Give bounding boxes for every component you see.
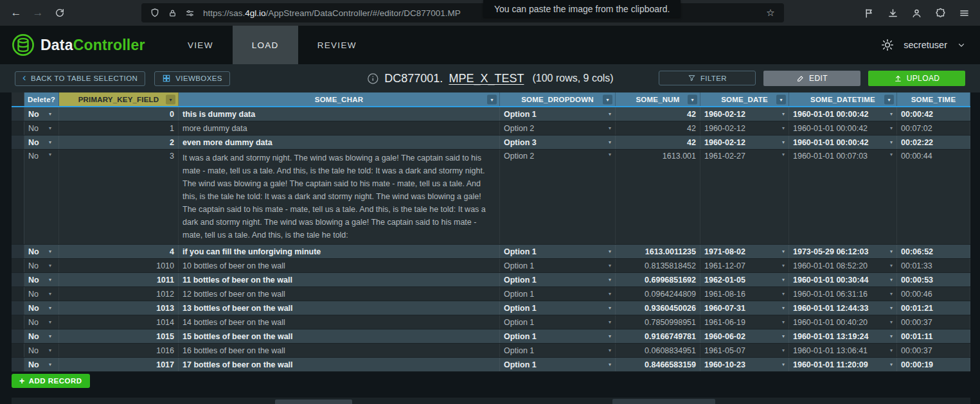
column-header-delete[interactable]: Delete? [24, 92, 59, 106]
table-row[interactable]: No▾101313 bottles of beer on the wallOpt… [12, 301, 970, 315]
permissions-sliders-icon[interactable] [183, 6, 197, 20]
cell-some-char[interactable]: 12 bottles of beer on the wall [179, 287, 500, 301]
cell-some-date[interactable]: 1960-10-23▾ [700, 358, 789, 371]
pagination-controls-partial[interactable] [612, 399, 715, 404]
cell-some-char[interactable]: 16 bottles of beer on the wall [179, 344, 500, 357]
url-bar[interactable]: https://sas.4gl.io/AppStream/DataControl… [141, 3, 784, 22]
cell-some-dropdown[interactable]: Option 3▾ [500, 136, 616, 149]
cell-primary-key[interactable]: 1011 [59, 273, 179, 286]
cell-some-dropdown[interactable]: Option 1▾ [500, 329, 616, 343]
cell-delete[interactable]: No▾ [24, 150, 59, 244]
cell-some-dropdown[interactable]: Option 1▾ [500, 245, 616, 258]
cell-some-date[interactable]: 1961-12-07▾ [700, 259, 789, 272]
bookmark-star-icon[interactable]: ☆ [763, 6, 778, 20]
cell-primary-key[interactable]: 3 [59, 150, 179, 244]
cell-delete[interactable]: No▾ [24, 107, 59, 121]
cell-some-datetime[interactable]: 1960-01-01 06:31:16▾ [789, 287, 897, 301]
cell-some-dropdown[interactable]: Option 1▾ [500, 259, 616, 272]
add-record-button[interactable]: + ADD RECORD [12, 374, 90, 388]
column-header-pk[interactable]: PRIMARY_KEY_FIELD▾ [59, 92, 179, 106]
cell-some-char[interactable]: 13 bottles of beer on the wall [179, 301, 500, 315]
cell-some-char[interactable]: even more dummy data [179, 136, 500, 149]
cell-primary-key[interactable]: 1 [59, 121, 179, 135]
cell-some-char[interactable]: 10 bottles of beer on the wall [179, 259, 500, 272]
cell-some-date[interactable]: 1961-06-19▾ [700, 315, 789, 329]
cell-some-num[interactable]: 42 [616, 107, 700, 121]
lock-icon[interactable] [165, 6, 179, 20]
back-to-table-selection-button[interactable]: ‹ BACK TO TABLE SELECTION [15, 71, 145, 86]
cell-some-num[interactable]: 0.9360450026 [616, 301, 700, 315]
cell-some-time[interactable]: 00:01:33 [897, 259, 970, 272]
upload-button[interactable]: UPLOAD [868, 71, 965, 86]
cell-some-date[interactable]: 1961-05-07▾ [700, 344, 789, 357]
cell-some-char[interactable]: 17 bottles of beer on the wall [179, 358, 500, 371]
nav-tab-review[interactable]: REVIEW [298, 26, 376, 64]
cell-delete[interactable]: No▾ [24, 344, 59, 357]
cell-some-num[interactable]: 42 [616, 121, 700, 135]
cell-some-time[interactable]: 00:00:53 [897, 273, 970, 286]
cell-some-time[interactable]: 00:02:22 [897, 136, 970, 149]
cell-some-datetime[interactable]: 1960-01-01 08:52:20▾ [789, 259, 897, 272]
account-icon[interactable] [907, 3, 926, 22]
cell-some-datetime[interactable]: 1960-01-01 00:07:03▾ [789, 150, 897, 244]
cell-some-time[interactable]: 00:06:52 [897, 245, 970, 258]
cell-delete[interactable]: No▾ [24, 329, 59, 343]
info-icon[interactable] [366, 73, 379, 85]
download-icon[interactable] [883, 3, 902, 22]
column-filter-button[interactable]: ▾ [166, 94, 175, 104]
cell-some-datetime[interactable]: 1960-01-01 00:00:42▾ [789, 107, 897, 121]
cell-some-time[interactable]: 00:00:37 [897, 344, 970, 357]
column-header-dropdown[interactable]: SOME_DROPDOWN▾ [500, 92, 616, 106]
viewboxes-button[interactable]: VIEWBOXES [154, 71, 230, 86]
cell-some-char[interactable]: 15 bottles of beer on the wall [179, 329, 500, 343]
table-row[interactable]: No▾101616 bottles of beer on the wallOpt… [12, 344, 970, 358]
table-name-link[interactable]: MPE_X_TEST [449, 72, 524, 85]
cell-some-char[interactable]: 11 bottles of beer on the wall [179, 273, 500, 286]
cell-some-dropdown[interactable]: Option 1▾ [500, 287, 616, 301]
column-filter-button[interactable]: ▾ [688, 94, 697, 104]
username[interactable]: secretuser [904, 40, 947, 50]
cell-some-time[interactable]: 00:00:44 [897, 150, 970, 244]
cell-some-time[interactable]: 00:07:02 [897, 121, 970, 135]
table-row[interactable]: No▾101515 bottles of beer on the wallOpt… [12, 329, 970, 344]
table-row[interactable]: No▾101414 bottles of beer on the wallOpt… [12, 315, 970, 329]
cell-some-date[interactable]: 1960-02-12▾ [700, 107, 789, 121]
theme-toggle-icon[interactable] [881, 39, 894, 51]
cell-some-dropdown[interactable]: Option 1▾ [500, 344, 616, 357]
cell-delete[interactable]: No▾ [24, 315, 59, 329]
cell-some-date[interactable]: 1960-07-31▾ [700, 301, 789, 315]
cell-some-char[interactable]: this is dummy data [179, 107, 500, 121]
filter-button[interactable]: FILTER [659, 71, 756, 85]
cell-primary-key[interactable]: 2 [59, 136, 179, 149]
column-header-time[interactable]: SOME_TIME [897, 92, 970, 106]
cell-delete[interactable]: No▾ [24, 301, 59, 315]
cell-some-num[interactable]: 0.0608834951 [616, 344, 700, 357]
cell-some-time[interactable]: 00:00:37 [897, 315, 970, 329]
table-row[interactable]: No▾101717 bottles of beer on the wallOpt… [12, 358, 970, 372]
cell-some-datetime[interactable]: 1960-01-01 00:00:42▾ [789, 136, 897, 149]
cell-some-datetime[interactable]: 1960-01-01 00:30:44▾ [789, 273, 897, 286]
cell-primary-key[interactable]: 1010 [59, 259, 179, 272]
table-row[interactable]: No▾101010 bottles of beer on the wallOpt… [12, 259, 970, 273]
cell-some-time[interactable]: 00:00:19 [897, 358, 970, 371]
shield-icon[interactable] [148, 6, 162, 20]
cell-primary-key[interactable]: 1012 [59, 287, 179, 301]
cell-some-datetime[interactable]: 1973-05-29 06:12:03▾ [789, 245, 897, 258]
cell-some-num[interactable]: 0.8135818452 [616, 259, 700, 272]
nav-tab-view[interactable]: VIEW [168, 26, 233, 64]
cell-delete[interactable]: No▾ [24, 121, 59, 135]
column-filter-button[interactable]: ▾ [487, 94, 497, 104]
table-row[interactable]: No▾2even more dummy dataOption 3▾421960-… [12, 136, 970, 150]
column-header-date[interactable]: SOME_DATE▾ [700, 92, 789, 106]
browser-back-button[interactable]: ← [5, 2, 27, 24]
cell-delete[interactable]: No▾ [24, 136, 59, 149]
cell-some-num[interactable]: 0.9166749781 [616, 329, 700, 343]
cell-some-time[interactable]: 00:01:11 [897, 329, 970, 343]
cell-some-time[interactable]: 00:01:21 [897, 301, 970, 315]
cell-some-datetime[interactable]: 1960-01-01 00:00:42▾ [789, 121, 897, 135]
cell-some-dropdown[interactable]: Option 1▾ [500, 301, 616, 315]
cell-primary-key[interactable]: 1013 [59, 301, 179, 315]
cell-some-date[interactable]: 1961-02-27▾ [700, 150, 789, 244]
table-row[interactable]: No▾0this is dummy dataOption 1▾421960-02… [12, 107, 970, 121]
app-logo[interactable]: DataController [0, 26, 156, 64]
